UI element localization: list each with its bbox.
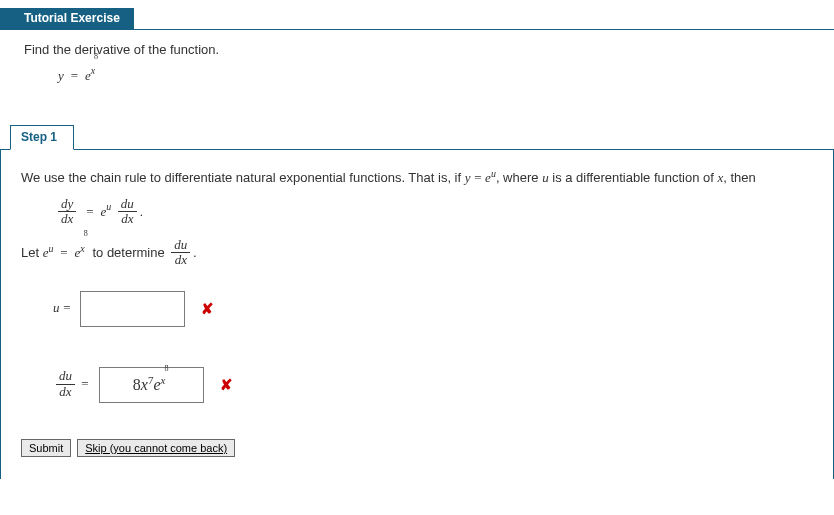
u-input[interactable] (80, 291, 185, 327)
tutorial-header: Tutorial Exercise (0, 8, 834, 30)
exercise-prompt: Find the derivative of the function. (24, 42, 812, 57)
u-field-row: u = ✘ (53, 283, 813, 335)
step-content: We use the chain rule to differentiate n… (0, 150, 834, 479)
let-line: Let eu = ex8 to determine du dx . (21, 237, 813, 269)
chain-rule-formula: dy dx = eu du dx . (55, 197, 813, 228)
dudx-input[interactable]: 8x7ex8 (99, 367, 204, 403)
wrong-icon: ✘ (201, 295, 214, 324)
exercise-equation: y = ex8 (58, 63, 812, 84)
exercise-block: Find the derivative of the function. y =… (0, 30, 834, 106)
submit-button[interactable]: Submit (21, 439, 71, 457)
step-explanation: We use the chain rule to differentiate n… (21, 164, 813, 191)
button-row: Submit Skip (you cannot come back) (21, 439, 813, 457)
step-bar: Step 1 (0, 124, 834, 150)
step-label: Step 1 (10, 125, 74, 150)
wrong-icon: ✘ (220, 371, 233, 400)
dudx-field-row: du dx = 8x7ex8 ✘ (53, 359, 813, 411)
tutorial-header-title: Tutorial Exercise (10, 8, 134, 29)
skip-button[interactable]: Skip (you cannot come back) (77, 439, 235, 457)
